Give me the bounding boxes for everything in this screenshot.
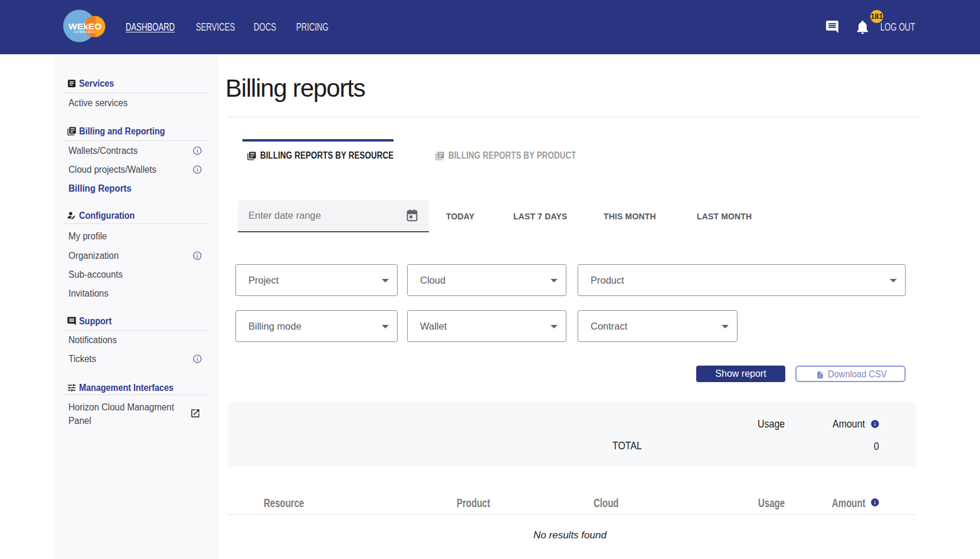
svg-text:WEkEO: WEkEO — [68, 21, 101, 31]
svg-text:COMMERCE: COMMERCE — [74, 31, 97, 34]
